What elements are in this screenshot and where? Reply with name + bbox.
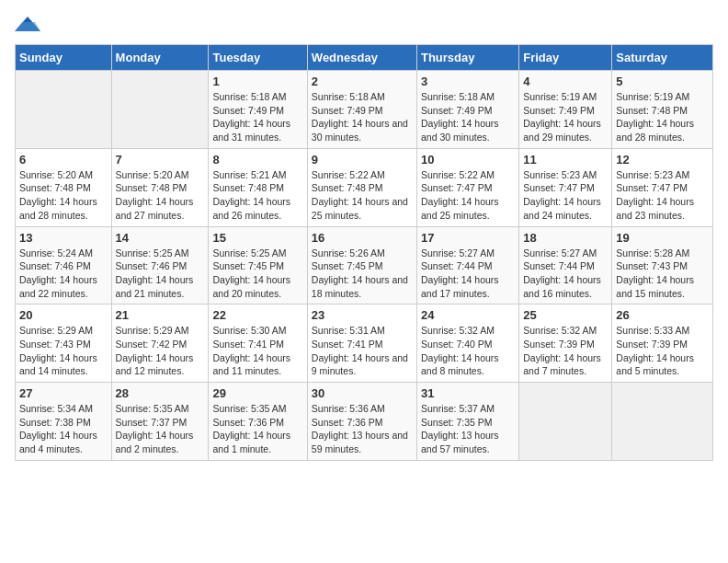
calendar-cell: 6Sunrise: 5:20 AM Sunset: 7:48 PM Daylig… xyxy=(16,148,112,226)
day-number: 11 xyxy=(523,153,608,167)
day-info: Sunrise: 5:19 AM Sunset: 7:49 PM Dayligh… xyxy=(523,90,608,144)
calendar-cell: 25Sunrise: 5:32 AM Sunset: 7:39 PM Dayli… xyxy=(519,304,612,383)
day-info: Sunrise: 5:28 AM Sunset: 7:43 PM Dayligh… xyxy=(616,247,709,301)
day-number: 29 xyxy=(212,386,302,400)
calendar-cell xyxy=(16,71,112,149)
day-number: 17 xyxy=(421,231,515,245)
day-info: Sunrise: 5:32 AM Sunset: 7:39 PM Dayligh… xyxy=(523,324,608,378)
calendar-cell: 17Sunrise: 5:27 AM Sunset: 7:44 PM Dayli… xyxy=(416,226,518,304)
calendar-cell: 20Sunrise: 5:29 AM Sunset: 7:43 PM Dayli… xyxy=(16,304,112,383)
day-number: 23 xyxy=(312,308,413,322)
header-friday: Friday xyxy=(519,45,612,71)
day-number: 8 xyxy=(212,153,302,167)
day-number: 24 xyxy=(421,308,515,322)
day-info: Sunrise: 5:29 AM Sunset: 7:43 PM Dayligh… xyxy=(19,324,108,378)
week-row-4: 27Sunrise: 5:34 AM Sunset: 7:38 PM Dayli… xyxy=(16,383,713,461)
calendar-cell: 29Sunrise: 5:35 AM Sunset: 7:36 PM Dayli… xyxy=(209,383,307,461)
day-info: Sunrise: 5:24 AM Sunset: 7:46 PM Dayligh… xyxy=(19,247,108,301)
day-info: Sunrise: 5:23 AM Sunset: 7:47 PM Dayligh… xyxy=(523,168,608,223)
day-info: Sunrise: 5:20 AM Sunset: 7:48 PM Dayligh… xyxy=(116,168,205,223)
week-row-1: 6Sunrise: 5:20 AM Sunset: 7:48 PM Daylig… xyxy=(16,148,713,226)
calendar-cell xyxy=(111,71,209,149)
header-wednesday: Wednesday xyxy=(307,45,416,71)
day-info: Sunrise: 5:20 AM Sunset: 7:48 PM Dayligh… xyxy=(19,168,108,223)
day-number: 2 xyxy=(312,75,413,88)
day-number: 31 xyxy=(421,386,515,400)
calendar-cell: 26Sunrise: 5:33 AM Sunset: 7:39 PM Dayli… xyxy=(612,304,713,383)
calendar-cell xyxy=(612,383,713,461)
week-row-3: 20Sunrise: 5:29 AM Sunset: 7:43 PM Dayli… xyxy=(16,304,713,383)
day-info: Sunrise: 5:23 AM Sunset: 7:47 PM Dayligh… xyxy=(616,168,709,223)
day-number: 3 xyxy=(421,75,515,88)
day-number: 19 xyxy=(616,231,709,245)
day-number: 18 xyxy=(523,231,608,245)
day-number: 22 xyxy=(212,308,302,322)
svg-marker-1 xyxy=(15,22,40,31)
day-number: 27 xyxy=(19,386,108,400)
calendar-cell: 13Sunrise: 5:24 AM Sunset: 7:46 PM Dayli… xyxy=(16,226,112,304)
calendar-cell: 11Sunrise: 5:23 AM Sunset: 7:47 PM Dayli… xyxy=(519,148,612,226)
calendar-cell: 31Sunrise: 5:37 AM Sunset: 7:35 PM Dayli… xyxy=(416,383,518,461)
day-number: 28 xyxy=(116,386,205,400)
calendar-cell: 8Sunrise: 5:21 AM Sunset: 7:48 PM Daylig… xyxy=(209,148,307,226)
calendar-cell: 16Sunrise: 5:26 AM Sunset: 7:45 PM Dayli… xyxy=(307,226,416,304)
week-row-0: 1Sunrise: 5:18 AM Sunset: 7:49 PM Daylig… xyxy=(16,71,713,149)
day-number: 12 xyxy=(616,153,709,167)
calendar-cell: 23Sunrise: 5:31 AM Sunset: 7:41 PM Dayli… xyxy=(307,304,416,383)
calendar-cell: 10Sunrise: 5:22 AM Sunset: 7:47 PM Dayli… xyxy=(416,148,518,226)
day-number: 5 xyxy=(616,75,709,88)
calendar-cell: 19Sunrise: 5:28 AM Sunset: 7:43 PM Dayli… xyxy=(612,226,713,304)
day-number: 20 xyxy=(19,308,108,322)
day-info: Sunrise: 5:25 AM Sunset: 7:46 PM Dayligh… xyxy=(116,247,205,301)
day-info: Sunrise: 5:31 AM Sunset: 7:41 PM Dayligh… xyxy=(312,324,413,378)
calendar-cell: 22Sunrise: 5:30 AM Sunset: 7:41 PM Dayli… xyxy=(209,304,307,383)
day-info: Sunrise: 5:36 AM Sunset: 7:36 PM Dayligh… xyxy=(312,402,413,456)
day-number: 21 xyxy=(116,308,205,322)
calendar-cell: 7Sunrise: 5:20 AM Sunset: 7:48 PM Daylig… xyxy=(111,148,209,226)
header-thursday: Thursday xyxy=(416,45,518,71)
week-row-2: 13Sunrise: 5:24 AM Sunset: 7:46 PM Dayli… xyxy=(16,226,713,304)
calendar-cell: 3Sunrise: 5:18 AM Sunset: 7:49 PM Daylig… xyxy=(416,71,518,149)
day-info: Sunrise: 5:30 AM Sunset: 7:41 PM Dayligh… xyxy=(212,324,302,378)
day-info: Sunrise: 5:21 AM Sunset: 7:48 PM Dayligh… xyxy=(212,168,302,223)
day-info: Sunrise: 5:29 AM Sunset: 7:42 PM Dayligh… xyxy=(116,324,205,378)
header-row: SundayMondayTuesdayWednesdayThursdayFrid… xyxy=(16,45,713,71)
day-info: Sunrise: 5:18 AM Sunset: 7:49 PM Dayligh… xyxy=(421,90,515,144)
calendar-cell: 5Sunrise: 5:19 AM Sunset: 7:48 PM Daylig… xyxy=(612,71,713,149)
calendar-cell: 4Sunrise: 5:19 AM Sunset: 7:49 PM Daylig… xyxy=(519,71,612,149)
day-info: Sunrise: 5:27 AM Sunset: 7:44 PM Dayligh… xyxy=(523,247,608,301)
day-info: Sunrise: 5:33 AM Sunset: 7:39 PM Dayligh… xyxy=(616,324,709,378)
day-number: 6 xyxy=(19,153,108,167)
calendar-cell: 18Sunrise: 5:27 AM Sunset: 7:44 PM Dayli… xyxy=(519,226,612,304)
calendar-cell: 15Sunrise: 5:25 AM Sunset: 7:45 PM Dayli… xyxy=(209,226,307,304)
calendar-cell: 30Sunrise: 5:36 AM Sunset: 7:36 PM Dayli… xyxy=(307,383,416,461)
calendar-cell: 28Sunrise: 5:35 AM Sunset: 7:37 PM Dayli… xyxy=(111,383,209,461)
header-tuesday: Tuesday xyxy=(209,45,307,71)
calendar-cell: 14Sunrise: 5:25 AM Sunset: 7:46 PM Dayli… xyxy=(111,226,209,304)
header-sunday: Sunday xyxy=(16,45,112,71)
calendar-table: SundayMondayTuesdayWednesdayThursdayFrid… xyxy=(15,44,713,461)
calendar-cell: 2Sunrise: 5:18 AM Sunset: 7:49 PM Daylig… xyxy=(307,71,416,149)
calendar-cell: 24Sunrise: 5:32 AM Sunset: 7:40 PM Dayli… xyxy=(416,304,518,383)
day-number: 25 xyxy=(523,308,608,322)
calendar-cell xyxy=(519,383,612,461)
page-header xyxy=(15,15,713,35)
day-info: Sunrise: 5:27 AM Sunset: 7:44 PM Dayligh… xyxy=(421,247,515,301)
calendar-cell: 1Sunrise: 5:18 AM Sunset: 7:49 PM Daylig… xyxy=(209,71,307,149)
day-info: Sunrise: 5:18 AM Sunset: 7:49 PM Dayligh… xyxy=(212,90,302,144)
day-number: 13 xyxy=(19,231,108,245)
day-info: Sunrise: 5:25 AM Sunset: 7:45 PM Dayligh… xyxy=(212,247,302,301)
day-number: 30 xyxy=(312,386,413,400)
day-number: 26 xyxy=(616,308,709,322)
calendar-cell: 9Sunrise: 5:22 AM Sunset: 7:48 PM Daylig… xyxy=(307,148,416,226)
day-number: 9 xyxy=(312,153,413,167)
calendar-cell: 21Sunrise: 5:29 AM Sunset: 7:42 PM Dayli… xyxy=(111,304,209,383)
day-number: 10 xyxy=(421,153,515,167)
day-number: 16 xyxy=(312,231,413,245)
day-info: Sunrise: 5:18 AM Sunset: 7:49 PM Dayligh… xyxy=(312,90,413,144)
logo xyxy=(15,15,44,35)
day-info: Sunrise: 5:32 AM Sunset: 7:40 PM Dayligh… xyxy=(421,324,515,378)
day-info: Sunrise: 5:22 AM Sunset: 7:47 PM Dayligh… xyxy=(421,168,515,223)
calendar-cell: 27Sunrise: 5:34 AM Sunset: 7:38 PM Dayli… xyxy=(16,383,112,461)
day-number: 7 xyxy=(116,153,205,167)
